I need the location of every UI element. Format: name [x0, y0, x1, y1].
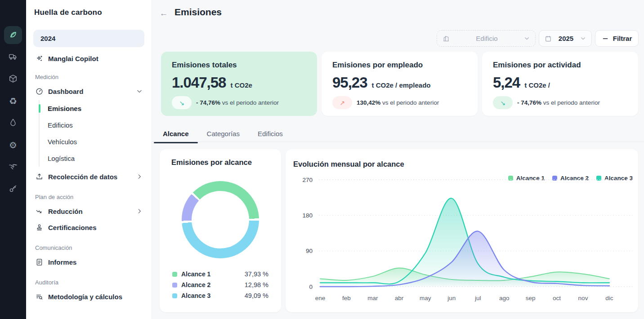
trend-down-arrow-icon: ↘: [172, 96, 192, 109]
leaf-icon: [8, 30, 18, 41]
rail-item-package[interactable]: [4, 70, 22, 88]
stat-value: 95,23: [332, 74, 367, 91]
truck-icon: [8, 52, 18, 63]
sidebar-item-logistica[interactable]: Logística: [40, 150, 144, 167]
document-icon: [35, 258, 44, 266]
handshake-icon: [8, 162, 18, 173]
svg-text:ago: ago: [499, 295, 510, 301]
back-button[interactable]: ←: [158, 9, 169, 18]
line-chart-plot: 090180270enefebmarabrmayjunjulagosepoctn…: [289, 173, 635, 307]
section-plan: Plan de acción: [35, 194, 144, 200]
sidebar: Huella de carbono 2024 Manglai Copilot M…: [26, 0, 152, 319]
stat-unit: t CO2e: [230, 81, 252, 89]
stat-title: Emisiones por actividad: [493, 61, 627, 70]
sidebar-item-recoleccion[interactable]: Recolección de datos: [33, 168, 144, 185]
rail-item-droplet[interactable]: [4, 114, 22, 132]
stat-delta-suffix: vs el periodo anterior: [222, 99, 279, 106]
sidebar-item-label: Reducción: [48, 208, 83, 215]
year-selector[interactable]: 2024: [33, 30, 144, 47]
stat-value: 5,24: [493, 74, 520, 91]
sidebar-item-certificaciones[interactable]: Certificaciones: [33, 219, 144, 235]
dashboard-subtree: Emisiones Edificios Vehículos Logística: [39, 100, 144, 167]
stat-delta: - 74,76%: [196, 99, 220, 106]
stat-card-empleado: Emisiones por empleado 95,23 t CO2e / em…: [322, 52, 478, 116]
tabs-divider: [152, 142, 644, 142]
sidebar-item-copilot[interactable]: Manglai Copilot: [33, 49, 144, 65]
sidebar-item-label: Metodología y cálculos: [48, 293, 122, 301]
rail-item-access[interactable]: [4, 180, 22, 198]
gauge-icon: [35, 87, 44, 96]
stat-card-total: Emisiones totales 1.047,58 t CO2e ↘ - 74…: [161, 52, 317, 116]
filter-button-label: Filtrar: [613, 35, 632, 42]
donut-hole: [192, 191, 249, 248]
rail-item-truck[interactable]: [4, 48, 22, 66]
donut-legend: Alcance 1 37,93 % Alcance 2 12,98 % Alca…: [172, 269, 268, 301]
trend-up-arrow-icon: ↗: [332, 96, 352, 109]
gear-icon: ⚙: [9, 141, 17, 150]
stamp-icon: [35, 223, 44, 232]
chevron-down-icon: [524, 35, 530, 41]
calendar-icon: [545, 35, 552, 42]
svg-text:270: 270: [302, 177, 313, 183]
sidebar-item-metodologia[interactable]: Metodología y cálculos: [33, 288, 144, 305]
donut-chart-card: Emisiones por alcance Alcance 1 37,93 % …: [160, 149, 281, 312]
sidebar-item-edificios[interactable]: Edificios: [40, 117, 144, 133]
building-icon: [443, 35, 450, 42]
sidebar-item-label: Manglai Copilot: [48, 55, 98, 62]
svg-text:nov: nov: [578, 295, 588, 301]
section-auditoria: Auditoría: [35, 279, 144, 286]
chevron-down-icon[interactable]: [136, 88, 143, 94]
chevron-down-icon: [580, 35, 586, 41]
filter-button[interactable]: Filtrar: [595, 30, 639, 47]
svg-text:dic: dic: [605, 295, 613, 301]
stat-delta-suffix: vs el periodo anterior: [543, 99, 600, 106]
stat-card-actividad: Emisiones por actividad 5,24 t CO2e / ↘ …: [482, 52, 638, 116]
rail-item-partners[interactable]: [4, 158, 22, 176]
icon-rail: ♻ ⚙: [0, 0, 26, 319]
svg-text:may: may: [420, 295, 431, 301]
svg-text:180: 180: [302, 212, 313, 219]
tab-categorias[interactable]: Categorías: [198, 126, 249, 143]
trend-down-icon: [35, 207, 44, 216]
stat-delta: - 74,76%: [517, 99, 541, 106]
package-icon: [8, 74, 18, 85]
rail-item-leaf[interactable]: [4, 26, 22, 44]
tab-edificios[interactable]: Edificios: [249, 126, 292, 143]
app-title: Huella de carbono: [33, 8, 144, 17]
svg-text:ene: ene: [315, 295, 326, 301]
svg-text:sep: sep: [526, 295, 536, 301]
building-select[interactable]: Edificio: [437, 30, 536, 47]
sidebar-item-emisiones[interactable]: Emisiones: [40, 100, 144, 117]
rail-item-settings[interactable]: ⚙: [4, 136, 22, 154]
page-title: Emisiones: [174, 7, 222, 18]
svg-text:mar: mar: [367, 295, 378, 301]
legend-swatch: [172, 283, 177, 288]
sidebar-item-dashboard[interactable]: Dashboard: [33, 83, 144, 99]
sidebar-item-informes[interactable]: Informes: [33, 254, 144, 270]
rail-item-recycle[interactable]: ♻: [4, 92, 22, 110]
stat-title: Emisiones totales: [172, 61, 306, 70]
sparkles-icon: [35, 54, 44, 63]
year-select-value: 2025: [555, 35, 577, 42]
sidebar-item-vehiculos[interactable]: Vehículos: [40, 133, 144, 150]
svg-text:0: 0: [309, 284, 313, 290]
tab-alcance[interactable]: Alcance: [154, 126, 198, 143]
sidebar-item-label: Informes: [48, 258, 76, 266]
svg-text:abr: abr: [395, 295, 404, 301]
upload-icon: [35, 173, 44, 181]
stats-row: Emisiones totales 1.047,58 t CO2e ↘ - 74…: [161, 52, 638, 116]
recycle-icon: ♻: [9, 97, 17, 106]
stat-title: Emisiones por empleado: [332, 61, 467, 70]
stat-unit: t CO2e / empleado: [372, 81, 431, 89]
stat-delta-suffix: vs el periodo anterior: [382, 99, 439, 106]
line-chart-card: Evolución mensual por alcance Alcance 1 …: [286, 149, 638, 312]
legend-swatch: [172, 272, 177, 277]
trend-down-arrow-icon: ↘: [493, 96, 513, 109]
sidebar-item-label: Dashboard: [48, 88, 83, 95]
svg-text:jun: jun: [447, 295, 456, 301]
svg-text:feb: feb: [342, 295, 351, 301]
svg-text:90: 90: [306, 248, 313, 254]
legend-swatch: [172, 293, 177, 298]
sidebar-item-reduccion[interactable]: Reducción: [33, 203, 144, 219]
year-select[interactable]: 2025: [539, 30, 592, 47]
